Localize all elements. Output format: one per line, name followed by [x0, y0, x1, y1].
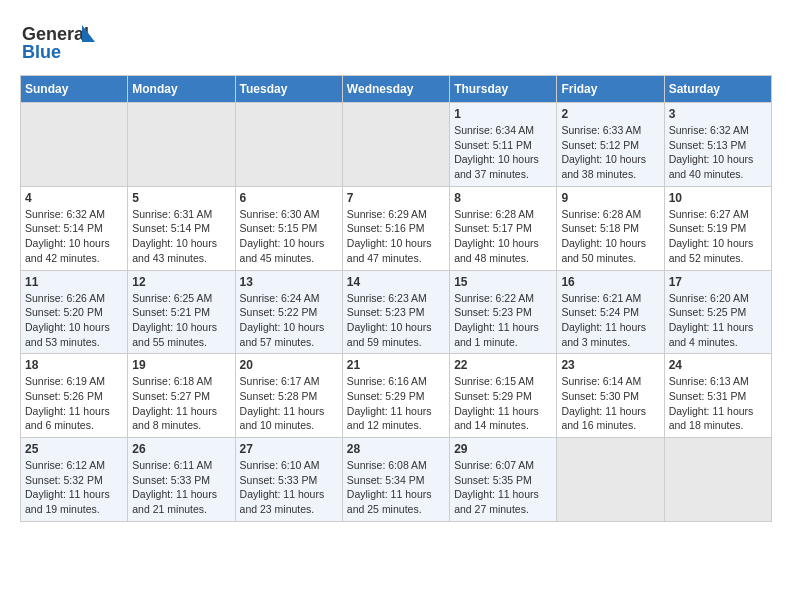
day-info: Sunrise: 6:22 AMSunset: 5:23 PMDaylight:…	[454, 291, 552, 350]
calendar-cell: 15Sunrise: 6:22 AMSunset: 5:23 PMDayligh…	[450, 270, 557, 354]
calendar-cell: 11Sunrise: 6:26 AMSunset: 5:20 PMDayligh…	[21, 270, 128, 354]
calendar-week-row: 11Sunrise: 6:26 AMSunset: 5:20 PMDayligh…	[21, 270, 772, 354]
day-info: Sunrise: 6:23 AMSunset: 5:23 PMDaylight:…	[347, 291, 445, 350]
day-info: Sunrise: 6:30 AMSunset: 5:15 PMDaylight:…	[240, 207, 338, 266]
header-saturday: Saturday	[664, 76, 771, 103]
calendar-cell: 8Sunrise: 6:28 AMSunset: 5:17 PMDaylight…	[450, 186, 557, 270]
day-info: Sunrise: 6:11 AMSunset: 5:33 PMDaylight:…	[132, 458, 230, 517]
day-number: 17	[669, 275, 767, 289]
calendar-cell	[557, 438, 664, 522]
day-number: 29	[454, 442, 552, 456]
calendar-cell: 6Sunrise: 6:30 AMSunset: 5:15 PMDaylight…	[235, 186, 342, 270]
header-friday: Friday	[557, 76, 664, 103]
calendar-cell: 19Sunrise: 6:18 AMSunset: 5:27 PMDayligh…	[128, 354, 235, 438]
day-number: 24	[669, 358, 767, 372]
day-info: Sunrise: 6:21 AMSunset: 5:24 PMDaylight:…	[561, 291, 659, 350]
day-number: 23	[561, 358, 659, 372]
calendar-cell: 24Sunrise: 6:13 AMSunset: 5:31 PMDayligh…	[664, 354, 771, 438]
day-info: Sunrise: 6:14 AMSunset: 5:30 PMDaylight:…	[561, 374, 659, 433]
calendar-cell: 18Sunrise: 6:19 AMSunset: 5:26 PMDayligh…	[21, 354, 128, 438]
day-number: 21	[347, 358, 445, 372]
day-info: Sunrise: 6:07 AMSunset: 5:35 PMDaylight:…	[454, 458, 552, 517]
day-number: 8	[454, 191, 552, 205]
calendar-cell	[664, 438, 771, 522]
day-number: 20	[240, 358, 338, 372]
calendar-week-row: 25Sunrise: 6:12 AMSunset: 5:32 PMDayligh…	[21, 438, 772, 522]
calendar-cell: 9Sunrise: 6:28 AMSunset: 5:18 PMDaylight…	[557, 186, 664, 270]
day-number: 25	[25, 442, 123, 456]
day-number: 22	[454, 358, 552, 372]
day-info: Sunrise: 6:19 AMSunset: 5:26 PMDaylight:…	[25, 374, 123, 433]
logo-svg: GeneralBlue	[20, 20, 100, 65]
calendar-cell: 1Sunrise: 6:34 AMSunset: 5:11 PMDaylight…	[450, 103, 557, 187]
calendar-week-row: 4Sunrise: 6:32 AMSunset: 5:14 PMDaylight…	[21, 186, 772, 270]
header: GeneralBlue	[20, 20, 772, 65]
calendar-cell: 25Sunrise: 6:12 AMSunset: 5:32 PMDayligh…	[21, 438, 128, 522]
calendar-cell: 29Sunrise: 6:07 AMSunset: 5:35 PMDayligh…	[450, 438, 557, 522]
day-info: Sunrise: 6:12 AMSunset: 5:32 PMDaylight:…	[25, 458, 123, 517]
calendar-week-row: 18Sunrise: 6:19 AMSunset: 5:26 PMDayligh…	[21, 354, 772, 438]
day-number: 4	[25, 191, 123, 205]
day-number: 1	[454, 107, 552, 121]
header-wednesday: Wednesday	[342, 76, 449, 103]
calendar-cell: 22Sunrise: 6:15 AMSunset: 5:29 PMDayligh…	[450, 354, 557, 438]
calendar-cell	[342, 103, 449, 187]
calendar-cell: 4Sunrise: 6:32 AMSunset: 5:14 PMDaylight…	[21, 186, 128, 270]
calendar-cell: 27Sunrise: 6:10 AMSunset: 5:33 PMDayligh…	[235, 438, 342, 522]
calendar-week-row: 1Sunrise: 6:34 AMSunset: 5:11 PMDaylight…	[21, 103, 772, 187]
day-info: Sunrise: 6:33 AMSunset: 5:12 PMDaylight:…	[561, 123, 659, 182]
day-number: 3	[669, 107, 767, 121]
calendar-cell: 23Sunrise: 6:14 AMSunset: 5:30 PMDayligh…	[557, 354, 664, 438]
day-info: Sunrise: 6:25 AMSunset: 5:21 PMDaylight:…	[132, 291, 230, 350]
calendar-cell: 7Sunrise: 6:29 AMSunset: 5:16 PMDaylight…	[342, 186, 449, 270]
calendar-cell: 21Sunrise: 6:16 AMSunset: 5:29 PMDayligh…	[342, 354, 449, 438]
day-number: 26	[132, 442, 230, 456]
day-info: Sunrise: 6:32 AMSunset: 5:14 PMDaylight:…	[25, 207, 123, 266]
day-info: Sunrise: 6:28 AMSunset: 5:18 PMDaylight:…	[561, 207, 659, 266]
calendar-cell: 28Sunrise: 6:08 AMSunset: 5:34 PMDayligh…	[342, 438, 449, 522]
calendar-cell: 12Sunrise: 6:25 AMSunset: 5:21 PMDayligh…	[128, 270, 235, 354]
day-number: 28	[347, 442, 445, 456]
day-number: 2	[561, 107, 659, 121]
day-number: 7	[347, 191, 445, 205]
calendar-cell: 10Sunrise: 6:27 AMSunset: 5:19 PMDayligh…	[664, 186, 771, 270]
day-number: 12	[132, 275, 230, 289]
calendar-cell: 5Sunrise: 6:31 AMSunset: 5:14 PMDaylight…	[128, 186, 235, 270]
day-number: 15	[454, 275, 552, 289]
day-number: 27	[240, 442, 338, 456]
day-number: 11	[25, 275, 123, 289]
calendar-header-row: SundayMondayTuesdayWednesdayThursdayFrid…	[21, 76, 772, 103]
day-info: Sunrise: 6:13 AMSunset: 5:31 PMDaylight:…	[669, 374, 767, 433]
day-number: 10	[669, 191, 767, 205]
day-info: Sunrise: 6:15 AMSunset: 5:29 PMDaylight:…	[454, 374, 552, 433]
day-info: Sunrise: 6:24 AMSunset: 5:22 PMDaylight:…	[240, 291, 338, 350]
calendar-cell: 14Sunrise: 6:23 AMSunset: 5:23 PMDayligh…	[342, 270, 449, 354]
calendar-table: SundayMondayTuesdayWednesdayThursdayFrid…	[20, 75, 772, 522]
day-number: 6	[240, 191, 338, 205]
day-info: Sunrise: 6:20 AMSunset: 5:25 PMDaylight:…	[669, 291, 767, 350]
day-number: 13	[240, 275, 338, 289]
day-info: Sunrise: 6:08 AMSunset: 5:34 PMDaylight:…	[347, 458, 445, 517]
day-number: 5	[132, 191, 230, 205]
day-info: Sunrise: 6:32 AMSunset: 5:13 PMDaylight:…	[669, 123, 767, 182]
day-number: 19	[132, 358, 230, 372]
day-number: 9	[561, 191, 659, 205]
day-info: Sunrise: 6:31 AMSunset: 5:14 PMDaylight:…	[132, 207, 230, 266]
header-sunday: Sunday	[21, 76, 128, 103]
calendar-cell: 3Sunrise: 6:32 AMSunset: 5:13 PMDaylight…	[664, 103, 771, 187]
svg-text:Blue: Blue	[22, 42, 61, 62]
day-info: Sunrise: 6:17 AMSunset: 5:28 PMDaylight:…	[240, 374, 338, 433]
day-number: 18	[25, 358, 123, 372]
day-info: Sunrise: 6:34 AMSunset: 5:11 PMDaylight:…	[454, 123, 552, 182]
header-thursday: Thursday	[450, 76, 557, 103]
header-monday: Monday	[128, 76, 235, 103]
calendar-cell	[235, 103, 342, 187]
day-number: 14	[347, 275, 445, 289]
calendar-cell: 13Sunrise: 6:24 AMSunset: 5:22 PMDayligh…	[235, 270, 342, 354]
day-info: Sunrise: 6:27 AMSunset: 5:19 PMDaylight:…	[669, 207, 767, 266]
header-tuesday: Tuesday	[235, 76, 342, 103]
svg-text:General: General	[22, 24, 89, 44]
calendar-cell: 17Sunrise: 6:20 AMSunset: 5:25 PMDayligh…	[664, 270, 771, 354]
calendar-cell	[21, 103, 128, 187]
calendar-cell	[128, 103, 235, 187]
